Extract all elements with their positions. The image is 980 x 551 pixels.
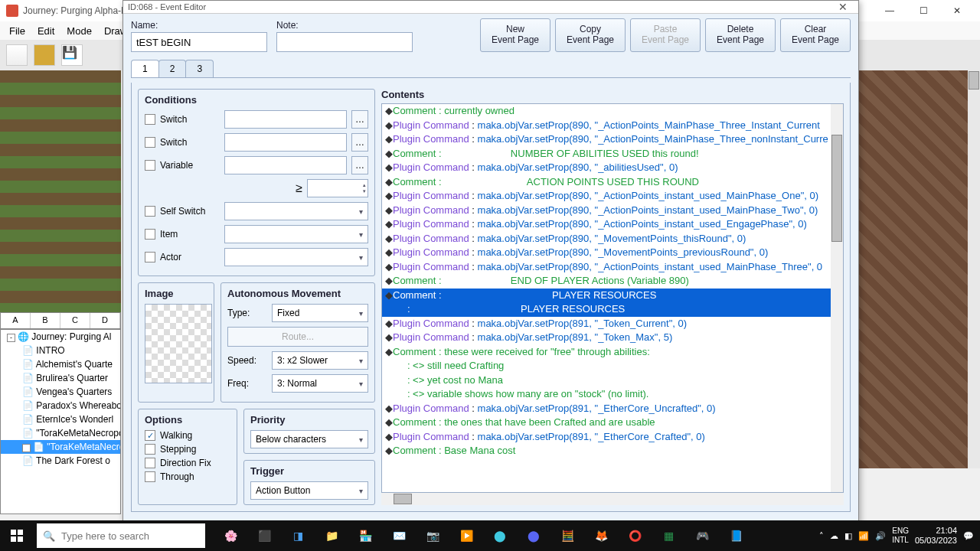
opt-check-3[interactable] (145, 471, 155, 482)
map-tree-node[interactable]: 📄 EternIce's Wonderl (1, 412, 120, 426)
cond-check-3[interactable] (145, 206, 155, 217)
cond-check-0[interactable] (145, 114, 155, 125)
image-preview[interactable] (145, 304, 212, 383)
cond-drop-4[interactable] (224, 225, 368, 243)
page-tab-1[interactable]: 1 (131, 60, 159, 77)
app-icon-6[interactable]: ✉️ (383, 520, 415, 551)
app-icon-15[interactable]: 🎮 (686, 520, 718, 551)
note-input[interactable] (276, 32, 413, 52)
tray-notifications-icon[interactable]: 💬 (963, 531, 974, 541)
app-icon-9[interactable]: ⬤ (484, 520, 516, 551)
cond-browse-0[interactable]: … (351, 110, 368, 129)
app-icon-3[interactable]: ◨ (282, 520, 314, 551)
maximize-button[interactable]: ☐ (906, 0, 940, 21)
content-line[interactable]: : <> still need Crafting (382, 359, 843, 373)
map-tree-node[interactable]: 📄 The Dark Forest o (1, 454, 120, 468)
contents-v-scrollbar[interactable] (831, 104, 843, 492)
app-icon-14[interactable]: ▦ (652, 520, 684, 551)
content-line[interactable]: ◆Plugin Command : maka.objVar.setProp(89… (382, 132, 843, 147)
app-icon-1[interactable]: 🌸 (214, 520, 247, 551)
dialog-close-icon[interactable]: ✕ (832, 1, 854, 13)
save-icon[interactable]: 💾 (61, 44, 83, 66)
map-tree[interactable]: -🌐 Journey: Purging Al📄 INTRO📄 Alchemist… (0, 329, 121, 514)
copy-page-button[interactable]: CopyEvent Page (555, 18, 626, 52)
content-line[interactable]: ◆Plugin Command : maka.objVar.setProp(89… (382, 189, 843, 204)
app-icon-16[interactable]: 📘 (720, 520, 752, 551)
start-button[interactable] (0, 520, 34, 551)
variable-value-spin[interactable] (307, 179, 368, 197)
menu-file[interactable]: File (9, 25, 25, 37)
app-icon-7[interactable]: 📷 (416, 520, 449, 551)
close-button[interactable]: ✕ (940, 0, 974, 21)
speed-select[interactable]: 3: x2 Slower (272, 351, 368, 370)
page-tab-3[interactable]: 3 (185, 60, 214, 77)
map-tree-node[interactable]: 📄 Alchemist's Quarte (1, 357, 120, 371)
priority-select[interactable]: Below characters (250, 430, 368, 448)
menu-edit[interactable]: Edit (38, 25, 54, 37)
tileset-tab-d[interactable]: D (90, 313, 120, 328)
opt-check-2[interactable] (145, 458, 155, 468)
content-line[interactable]: ◆Comment : currently owned (382, 104, 843, 119)
dialog-titlebar[interactable]: ID:068 - Event Editor ✕ (123, 1, 858, 14)
content-line[interactable]: ◆Plugin Command : maka.objVar.setProp(89… (382, 260, 843, 275)
cond-field-2[interactable] (224, 156, 347, 174)
cond-drop-5[interactable] (224, 248, 368, 266)
cond-field-0[interactable] (224, 110, 347, 129)
app-icon-5[interactable]: 🏪 (349, 520, 381, 551)
content-line[interactable]: : <> variable shows how many are on "sto… (382, 387, 843, 402)
taskbar-search[interactable]: 🔍 Type here to search (37, 523, 205, 548)
content-line[interactable]: ◆Plugin Command : maka.objVar.setProp(89… (382, 161, 843, 175)
new-icon[interactable] (6, 44, 28, 66)
map-tree-node[interactable]: -🌐 Journey: Purging Al (1, 330, 120, 344)
contents-h-scrollbar[interactable] (381, 493, 844, 505)
tray-wifi-icon[interactable]: 📶 (858, 531, 869, 541)
tray-app-icon[interactable]: ◧ (844, 531, 852, 541)
map-scrollbar[interactable] (968, 70, 980, 468)
app-icon-2[interactable]: ⬛ (248, 520, 280, 551)
content-line[interactable]: : PLAYER RESOURCES (382, 302, 843, 317)
tray-volume-icon[interactable]: 🔊 (875, 531, 886, 541)
name-input[interactable] (131, 32, 267, 52)
content-line[interactable]: ◆Plugin Command : maka.objVar.setProp(89… (382, 430, 843, 445)
map-tree-node[interactable]: 📄 Brulirea's Quarter (1, 371, 120, 385)
type-select[interactable]: Fixed (272, 304, 368, 322)
cond-check-4[interactable] (145, 229, 155, 240)
page-tab-2[interactable]: 2 (158, 60, 187, 77)
delete-page-button[interactable]: DeleteEvent Page (705, 18, 776, 52)
content-line[interactable]: ◆Comment : Base Mana cost (382, 444, 843, 458)
tileset-tab-b[interactable]: B (31, 313, 60, 328)
map-tree-node[interactable]: -📄 "ToraKeMetaNecropo (1, 440, 120, 454)
content-line[interactable]: ◆Plugin Command : maka.objVar.setProp(89… (382, 232, 843, 246)
content-line[interactable]: ◆Comment : ACTION POINTS USED THIS ROUND (382, 175, 843, 190)
content-line[interactable]: : <> yet cost no Mana (382, 373, 843, 388)
map-tree-node[interactable]: 📄 Vengea's Quarters (1, 385, 120, 399)
tileset-tab-a[interactable]: A (1, 313, 31, 328)
app-icon-11[interactable]: 🧮 (551, 520, 583, 551)
content-line[interactable]: ◆Plugin Command : maka.objVar.setProp(89… (382, 119, 843, 133)
content-line[interactable]: ◆Comment : END OF PLAYER Actions (Variab… (382, 274, 843, 289)
cond-field-1[interactable] (224, 133, 347, 152)
app-icon-13[interactable]: ⭕ (619, 520, 651, 551)
app-icon-8[interactable]: ▶️ (450, 520, 482, 551)
tray-cloud-icon[interactable]: ☁ (830, 531, 838, 541)
content-line[interactable]: ◆Comment : NUMBER OF ABILITIES USED this… (382, 147, 843, 161)
open-icon[interactable] (34, 44, 55, 66)
map-tree-node[interactable]: 📄 Paradox's Whereabo (1, 399, 120, 412)
content-line[interactable]: ◆Comment : these were received for "free… (382, 345, 843, 360)
tray-language[interactable]: ENG INTL (892, 527, 909, 545)
app-icon-4[interactable]: 📁 (315, 520, 348, 551)
content-line[interactable]: ◆Plugin Command : maka.objVar.setProp(89… (382, 217, 843, 232)
clear-page-button[interactable]: ClearEvent Page (780, 18, 851, 52)
tray-clock[interactable]: 21:04 05/03/2023 (915, 526, 957, 546)
content-line[interactable]: ◆Comment : PLAYER RESOURCES (382, 289, 843, 303)
cond-check-2[interactable] (145, 160, 155, 171)
opt-check-1[interactable] (145, 444, 155, 455)
map-canvas[interactable] (858, 70, 980, 468)
cond-check-5[interactable] (145, 252, 155, 262)
cond-browse-2[interactable]: … (351, 156, 368, 174)
cond-check-1[interactable] (145, 137, 155, 148)
map-tree-node[interactable]: 📄 INTRO (1, 344, 120, 357)
menu-mode[interactable]: Mode (67, 25, 92, 37)
map-tree-node[interactable]: 📄 "ToraKeMetaNecropo (1, 426, 120, 440)
tray-chevron-icon[interactable]: ˄ (819, 531, 824, 541)
